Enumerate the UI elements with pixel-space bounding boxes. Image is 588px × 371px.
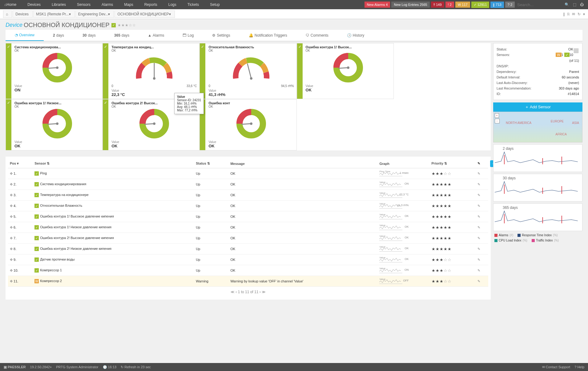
tab-history[interactable]: 🕓History <box>338 30 373 41</box>
table-row[interactable]: ✥ 2.✓Система кондиционированияUpOKValueO… <box>8 179 488 190</box>
tab-overview[interactable]: ◔Overview <box>6 30 44 41</box>
th-status[interactable]: Status ⇅ <box>194 159 228 168</box>
priority-stars[interactable]: ★★★★★ <box>432 247 452 251</box>
sensor-link[interactable]: Компрессор 2 <box>40 279 62 283</box>
priority-stars[interactable]: ★★★☆☆ <box>432 268 452 273</box>
tab-2-days[interactable]: 2 days <box>44 30 73 41</box>
priority-stars[interactable]: ★★★★★ <box>432 214 452 219</box>
chevron-down-icon[interactable]: ▾ <box>583 12 585 16</box>
sensor-link[interactable]: Ошибка контура 1! Низкое давление кипени… <box>40 225 111 229</box>
th-sensor[interactable]: Sensor ⇅ <box>33 159 194 168</box>
badge-paused[interactable]: ‖ 713 <box>490 2 504 8</box>
edit-icon[interactable]: ✎ <box>477 236 480 240</box>
edit-icon[interactable]: ✎ <box>477 258 480 261</box>
sensor-tile[interactable]: ✓Относительная ВлажностьOK094,5 rH%Value… <box>199 43 296 99</box>
drag-handle[interactable]: ✥ <box>10 225 13 229</box>
tab-365-days[interactable]: 365 days <box>105 30 139 41</box>
badge-down-critical[interactable]: ‼ 149 <box>431 2 444 8</box>
table-row[interactable]: ✥ 3.✓Температура на кондиционереUpOKValu… <box>8 190 488 201</box>
sensor-link[interactable]: Ошибка контура 2! Высокое давление кипен… <box>40 236 114 240</box>
priority-stars[interactable]: ★★★☆☆ <box>118 23 136 27</box>
nav-tickets[interactable]: Tickets <box>186 1 200 9</box>
new-alarms-badge[interactable]: New Alarms 4 <box>364 2 390 8</box>
sensor-tile[interactable]: ✓Ошибка контOKValueOK <box>199 99 296 150</box>
priority-stars[interactable]: ★★★★★ <box>432 225 452 230</box>
breadcrumb-device[interactable]: ОСНОВНОЙ КОНДИЦИОНЕР ▾ <box>115 10 175 18</box>
sensor-tile[interactable]: ✓Система кондиционирова...OKValueON <box>6 43 103 99</box>
th-message[interactable]: Message <box>228 159 377 168</box>
edit-icon[interactable]: ✎ <box>477 279 480 283</box>
map-zoom-out[interactable]: − <box>495 119 500 123</box>
tab-30-days[interactable]: 30 days <box>73 30 105 41</box>
nav-setup[interactable]: Setup <box>209 1 221 9</box>
sensor-link[interactable]: Ошибка контура 1! Высокое давление кипен… <box>40 214 114 218</box>
priority-stars[interactable]: ★★★☆☆ <box>432 257 452 262</box>
sensor-tile[interactable]: ✓Ошибка контура 1! Низкое...OKValueOK <box>6 99 103 150</box>
edit-icon[interactable]: ✎ <box>477 204 480 208</box>
drag-handle[interactable]: ✥ <box>10 269 13 272</box>
priority-stars[interactable]: ★★★★★ <box>432 236 452 241</box>
table-row[interactable]: ✥ 11.WКомпрессор 2WarningWarning by look… <box>8 276 488 287</box>
nav-home[interactable]: ⌂Home <box>3 1 18 9</box>
tab-comments[interactable]: 🗨Comments <box>296 30 338 41</box>
edit-icon[interactable]: ✎ <box>477 269 480 272</box>
edit-icon[interactable]: ✎ <box>477 172 480 175</box>
new-log-badge[interactable]: New Log Entries 2565 <box>391 2 429 8</box>
mail-icon[interactable]: ✉ <box>572 12 575 16</box>
breadcrumb-devices[interactable]: Devices <box>13 10 33 18</box>
priority-stars[interactable]: ★★★☆☆ <box>432 171 452 176</box>
search-input[interactable] <box>516 1 562 8</box>
nav-maps[interactable]: Maps <box>123 1 134 9</box>
table-row[interactable]: ✥ 7.✓Ошибка контура 2! Высокое давление … <box>8 233 488 244</box>
breadcrumb-probe[interactable]: MSK1 (Remote Pr... ▾ <box>33 10 75 18</box>
edit-icon[interactable]: ✎ <box>477 247 480 251</box>
nav-devices[interactable]: Devices <box>26 1 42 9</box>
nav-sensors[interactable]: Sensors <box>76 1 92 9</box>
sensor-link[interactable]: Ping <box>40 171 47 175</box>
fullscreen-icon[interactable]: ⬚ <box>572 1 578 8</box>
badge-up[interactable]: ✓ 12911 <box>471 2 489 8</box>
pager-first[interactable]: ≪ <box>231 290 236 294</box>
th-pos[interactable]: Pos ▾ <box>8 159 33 168</box>
badge-unknown[interactable]: ? 2 <box>505 2 515 8</box>
nav-logs[interactable]: Logs <box>167 1 178 9</box>
mini-chart-365days[interactable]: 365 days <box>493 203 582 231</box>
priority-stars[interactable]: ★★★☆☆ <box>432 279 452 284</box>
search-icon[interactable]: 🔍 <box>563 1 570 8</box>
map-zoom-in[interactable]: + <box>495 113 499 118</box>
tab-log[interactable]: 🗔Log <box>173 30 203 41</box>
table-row[interactable]: ✥ 4.✓Относительная ВлажностьUpOKValue41,… <box>8 201 488 211</box>
sensor-tile[interactable]: ✓Температура на кондиц...OK033,6 °CValue… <box>103 43 199 99</box>
th-edit[interactable]: ✎ <box>476 159 488 168</box>
breadcrumb-group[interactable]: Engineering Dev... ▾ <box>75 10 114 18</box>
drag-handle[interactable]: ✥ <box>10 204 13 208</box>
drag-handle[interactable]: ✥ <box>10 172 13 175</box>
table-row[interactable]: ✥ 5.✓Ошибка контура 1! Высокое давление … <box>8 211 488 222</box>
add-sensor-button[interactable]: ＋ Add Sensor <box>493 102 582 112</box>
drag-handle[interactable]: ✥ <box>10 193 13 197</box>
tab-alarms[interactable]: ▲Alarms <box>139 30 173 41</box>
drag-handle[interactable]: ✥ <box>10 236 13 240</box>
breadcrumb-home[interactable]: ⌂ <box>3 10 12 18</box>
sensor-link[interactable]: Датчик протечки воды <box>40 257 75 261</box>
pager-prev[interactable]: ‹ <box>236 290 238 294</box>
sensor-link[interactable]: Ошибка контура 2! Низкое давление кипени… <box>40 247 111 250</box>
drag-handle[interactable]: ✥ <box>10 247 13 251</box>
sensor-link[interactable]: Относительная Влажность <box>40 204 82 207</box>
sensor-link[interactable]: Компрессор 1 <box>40 268 62 272</box>
nav-libraries[interactable]: Libraries <box>50 1 67 9</box>
th-priority[interactable]: Priority ⇅ <box>430 159 476 168</box>
sensor-link[interactable]: Температура на кондиционере <box>40 193 89 197</box>
nav-alarms[interactable]: Alarms <box>100 1 114 9</box>
priority-stars[interactable]: ★★★★★ <box>432 193 452 197</box>
drag-handle[interactable]: ✥ <box>10 279 13 283</box>
table-row[interactable]: ✥ 9.✓Датчик протечки водыUpOKValueOK★★★☆… <box>8 254 488 265</box>
edit-icon[interactable]: ✎ <box>477 193 480 197</box>
tab-settings[interactable]: ⚙Settings <box>203 30 239 41</box>
table-row[interactable]: ✥ 6.✓Ошибка контура 1! Низкое давление к… <box>8 222 488 233</box>
qr-icon[interactable]: ▦ <box>573 46 579 54</box>
clipboard-icon[interactable]: ⎘ <box>567 12 570 16</box>
pager-last[interactable]: ≫ <box>262 290 266 294</box>
badge-down[interactable]: ! 2 <box>445 2 454 8</box>
pause-icon[interactable]: ‖ <box>563 12 565 16</box>
